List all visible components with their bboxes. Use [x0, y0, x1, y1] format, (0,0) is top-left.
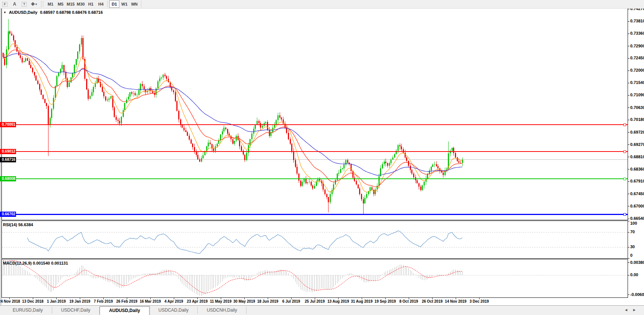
tab-usdcnh[interactable]: USDCNH,Daily — [198, 307, 246, 314]
toolbar-separator — [141, 1, 141, 7]
tab-eurusd[interactable]: EURUSD,Daily — [4, 307, 52, 314]
toolbar-text-annotation-icon[interactable]: A — [10, 1, 19, 7]
timeframe-button-m15[interactable]: M15 — [66, 0, 76, 8]
price-tag-current-price[interactable]: 0.68716 — [0, 157, 16, 162]
toolbar-indicators-grid-icon[interactable]: F — [0, 1, 9, 7]
price-tag-resistance-2[interactable]: 0.69012 — [0, 149, 16, 154]
arrow-objects-icon: ✥ — [31, 1, 35, 7]
chart-tab-bar: EURUSD,DailyUSDCHF,DailyAUDUSD,DailyUSDC… — [0, 305, 644, 315]
timeframe-button-m5[interactable]: M5 — [56, 0, 66, 8]
timeframe-button-mn[interactable]: MN — [129, 0, 139, 8]
timeframe-button-w1[interactable]: W1 — [119, 0, 129, 8]
timeframe-button-h1[interactable]: H1 — [86, 0, 96, 8]
timeframe-button-m1[interactable]: M1 — [45, 0, 56, 8]
price-tag-support-1[interactable]: 0.68008 — [0, 176, 16, 181]
top-toolbar: FAT✥▾M1M5M15M30H1H4D1W1MN — [0, 0, 644, 9]
toolbar-grip — [41, 1, 43, 7]
dropdown-caret-icon[interactable]: ▾ — [35, 3, 37, 6]
tab-usdchf[interactable]: USDCHF,Daily — [52, 307, 100, 314]
price-tag-resistance-1[interactable]: 0.70001 — [0, 122, 16, 127]
price-tag-support-2[interactable]: 0.66702 — [0, 212, 16, 217]
toolbar-arrow-objects-icon[interactable]: ✥▾ — [29, 1, 38, 7]
chart-canvas[interactable] — [0, 0, 644, 315]
tab-usdcad[interactable]: USDCAD,Daily — [150, 307, 198, 314]
toolbar-separator — [107, 1, 108, 7]
tab-scroll-right-button[interactable]: ▶ — [631, 307, 637, 313]
tab-audusd[interactable]: AUDUSD,Daily — [100, 306, 149, 315]
text-label-icon: T — [22, 2, 27, 7]
timeframe-button-m30[interactable]: M30 — [76, 0, 86, 8]
toolbar-text-label-icon[interactable]: T — [20, 1, 29, 7]
text-annotation-icon: A — [13, 1, 16, 7]
collapse-chart-icon[interactable]: ▼ — [3, 11, 6, 14]
indicators-grid-icon: F — [2, 2, 7, 7]
mt4-window: FAT✥▾M1M5M15M30H1H4D1W1MN ▦ ▼ AUDUSD,Dai… — [0, 0, 644, 315]
timeframe-button-d1[interactable]: D1 — [109, 0, 119, 8]
tab-scroll-left-button[interactable]: ◀ — [623, 307, 629, 313]
timeframe-button-h4[interactable]: H4 — [96, 0, 106, 8]
